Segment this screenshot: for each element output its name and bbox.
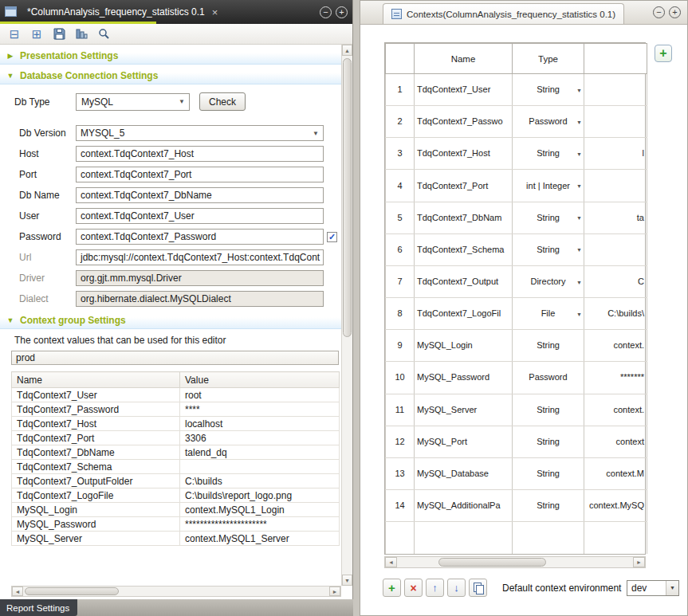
- expand-all-icon[interactable]: ⊞: [29, 27, 44, 41]
- section-context-group-settings[interactable]: ▼ Context group Settings: [0, 312, 342, 329]
- copy-contexts-button[interactable]: [469, 579, 487, 597]
- cell-variable-type[interactable]: String ▼: [513, 426, 584, 457]
- scrollbar-track[interactable]: [397, 557, 633, 567]
- field-input[interactable]: context.TdqContext7_DbName ▼: [76, 187, 324, 203]
- table-row[interactable]: TdqContext7_Port 3306: [12, 431, 340, 445]
- vertical-scrollbar[interactable]: ▲ ▼: [341, 45, 352, 586]
- table-row[interactable]: 2 TdqContext7_Passwo Password ▼: [386, 106, 647, 138]
- cell-variable-value[interactable]: [584, 170, 647, 202]
- cell-variable-value[interactable]: l: [584, 138, 647, 170]
- cell-variable-name[interactable]: TdqContext7_Host: [415, 138, 513, 170]
- tab-editor[interactable]: *ColumnAnalysis_frequency_statistics 0.1…: [21, 0, 224, 24]
- table-row[interactable]: 13 MySQL_Database String ▼ context.M: [386, 457, 647, 489]
- cell-variable-value[interactable]: [584, 106, 647, 138]
- minimize-icon[interactable]: −: [653, 6, 665, 18]
- field-input[interactable]: context.TdqContext7_User ▼: [76, 208, 324, 224]
- cell-context-name[interactable]: MySQL_Login: [12, 503, 180, 517]
- cell-variable-name[interactable]: MySQL_Login: [415, 330, 513, 362]
- cell-variable-value[interactable]: C: [584, 265, 647, 297]
- cell-context-name[interactable]: TdqContext7_Password: [12, 402, 180, 417]
- collapse-all-icon[interactable]: ⊟: [7, 27, 22, 41]
- table-row[interactable]: TdqContext7_Password ****: [12, 402, 340, 417]
- chevron-down-icon[interactable]: ▼: [576, 116, 582, 128]
- scrollbar-thumb[interactable]: [343, 58, 352, 337]
- cell-variable-type[interactable]: Directory ▼: [513, 265, 584, 297]
- remove-variable-button[interactable]: ×: [404, 579, 423, 597]
- cell-context-value[interactable]: [180, 460, 340, 474]
- field-input[interactable]: jdbc:mysql://context.TdqContext7_Host:co…: [76, 249, 324, 265]
- field-input[interactable]: context.TdqContext7_Host ▼: [76, 146, 324, 162]
- cell-context-value[interactable]: **********************: [180, 517, 340, 532]
- move-down-button[interactable]: ↓: [447, 579, 466, 597]
- cell-variable-type[interactable]: Password ▼: [513, 106, 584, 138]
- chevron-down-icon[interactable]: ▼: [179, 98, 185, 105]
- cell-variable-name[interactable]: TdqContext7_Passwo: [415, 106, 513, 138]
- cell-context-name[interactable]: TdqContext7_LogoFile: [12, 488, 180, 503]
- chevron-down-icon[interactable]: ▼: [313, 130, 319, 137]
- table-row[interactable]: TdqContext7_User root: [12, 388, 340, 402]
- password-store-checkbox[interactable]: ✓: [327, 232, 337, 242]
- cell-variable-type[interactable]: String ▼: [513, 394, 584, 426]
- maximize-icon[interactable]: +: [336, 6, 348, 18]
- table-row[interactable]: 3 TdqContext7_Host String ▼ l: [386, 138, 647, 170]
- field-input[interactable]: context.TdqContext7_Password ▼: [76, 229, 324, 245]
- cell-variable-name[interactable]: MySQL_Server: [415, 394, 513, 426]
- scrollbar-track[interactable]: [23, 587, 329, 596]
- table-row[interactable]: TdqContext7_LogoFile C:\builds\report_lo…: [12, 488, 340, 503]
- cell-variable-type[interactable]: String ▼: [513, 202, 584, 233]
- cell-context-name[interactable]: TdqContext7_Port: [12, 431, 180, 445]
- cell-context-value[interactable]: context.MySQL1_Login: [180, 503, 340, 517]
- cell-variable-name[interactable]: MySQL_Password: [415, 362, 513, 394]
- cell-context-value[interactable]: localhost: [180, 417, 340, 431]
- field-input[interactable]: context.TdqContext7_Port ▼: [76, 167, 324, 182]
- context-group-name-input[interactable]: prod: [11, 351, 339, 365]
- cell-context-value[interactable]: talend_dq: [180, 445, 340, 460]
- horizontal-scrollbar[interactable]: ◄ ►: [11, 586, 341, 597]
- table-row[interactable]: TdqContext7_Schema: [12, 460, 340, 474]
- cell-variable-type[interactable]: String ▼: [513, 490, 584, 522]
- close-icon[interactable]: ×: [212, 7, 218, 18]
- cell-context-name[interactable]: TdqContext7_User: [12, 388, 180, 402]
- cell-variable-value[interactable]: context.: [584, 394, 647, 426]
- table-row[interactable]: 12 MySQL_Port String ▼ context: [386, 426, 647, 457]
- minimize-icon[interactable]: −: [320, 6, 332, 18]
- scroll-down-icon[interactable]: ▼: [342, 575, 352, 586]
- cell-variable-name[interactable]: TdqContext7_Output: [415, 265, 513, 297]
- section-expanded-icon[interactable]: ▼: [6, 72, 14, 80]
- cell-context-name[interactable]: TdqContext7_OutputFolder: [12, 474, 180, 488]
- cell-variable-name[interactable]: TdqContext7_Schema: [415, 233, 513, 265]
- cell-variable-value[interactable]: *******: [584, 362, 647, 394]
- cell-variable-value[interactable]: ta: [584, 202, 647, 233]
- table-row[interactable]: TdqContext7_OutputFolder C:\builds: [12, 474, 340, 488]
- cell-variable-type[interactable]: String ▼: [513, 330, 584, 362]
- cell-variable-type[interactable]: String ▼: [513, 457, 584, 489]
- cell-variable-name[interactable]: MySQL_Database: [415, 457, 513, 489]
- cell-context-name[interactable]: TdqContext7_Host: [12, 417, 180, 431]
- table-row[interactable]: MySQL_Login context.MySQL1_Login: [12, 503, 340, 517]
- cell-context-name[interactable]: MySQL_Server: [12, 532, 180, 546]
- chevron-down-icon[interactable]: ▼: [576, 180, 582, 192]
- cell-variable-name[interactable]: TdqContext7_LogoFil: [415, 298, 513, 330]
- generate-report-icon[interactable]: [74, 27, 88, 41]
- field-input[interactable]: MYSQL_5 ▼: [76, 125, 324, 141]
- db-type-select[interactable]: MySQL ▼: [76, 93, 190, 111]
- table-row[interactable]: TdqContext7_DbName talend_dq: [12, 445, 340, 460]
- horizontal-scrollbar[interactable]: ◄ ►: [384, 556, 646, 568]
- cell-variable-value[interactable]: context.: [584, 330, 647, 362]
- chevron-down-icon[interactable]: ▼: [576, 212, 582, 224]
- table-row[interactable]: TdqContext7_Host localhost: [12, 417, 340, 431]
- chevron-down-icon[interactable]: ▼: [666, 581, 678, 595]
- cell-variable-value[interactable]: context.M: [584, 457, 647, 489]
- cell-variable-value[interactable]: C:\builds\: [584, 298, 647, 330]
- chevron-down-icon[interactable]: ▼: [576, 308, 582, 320]
- cell-variable-name[interactable]: MySQL_AdditionalPa: [415, 490, 513, 522]
- scroll-right-icon[interactable]: ►: [633, 557, 645, 567]
- table-row[interactable]: MySQL_Password **********************: [12, 517, 340, 532]
- maximize-icon[interactable]: +: [669, 6, 681, 18]
- tab-contexts[interactable]: Contexts(ColumnAnalysis_frequency_statis…: [383, 3, 624, 24]
- cell-context-value[interactable]: context.MySQL1_Server: [180, 532, 340, 546]
- cell-variable-type[interactable]: String ▼: [513, 74, 584, 106]
- chevron-down-icon[interactable]: ▼: [576, 276, 582, 288]
- cell-variable-name[interactable]: MySQL_Port: [415, 426, 513, 457]
- scroll-left-icon[interactable]: ◄: [385, 557, 397, 567]
